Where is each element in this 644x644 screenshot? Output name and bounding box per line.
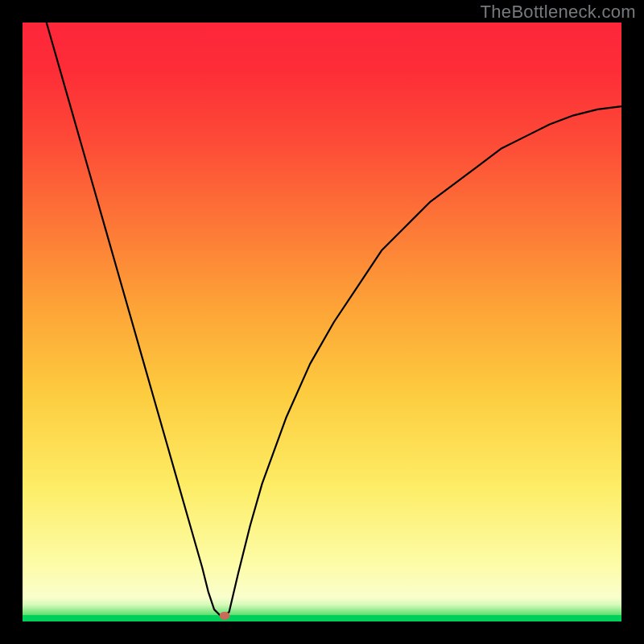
optimal-point-marker [220,612,230,620]
chart-frame: TheBottleneck.com [0,0,644,644]
plot-area [23,23,621,621]
bottleneck-curve [23,23,621,621]
watermark-text: TheBottleneck.com [481,2,636,23]
